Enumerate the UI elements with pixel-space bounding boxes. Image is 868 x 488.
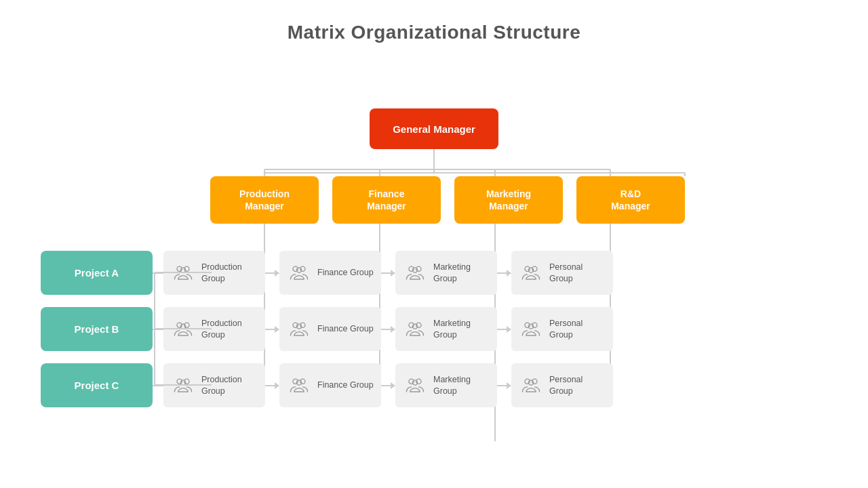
arrow-c-3: [497, 382, 511, 389]
marketing-manager-label: Marketing Manager: [486, 188, 531, 212]
finance-manager-label: Finance Manager: [367, 188, 406, 212]
group-label-a-mkt: Marketing Group: [433, 262, 490, 284]
group-card-b-personal: Personal Group: [511, 307, 613, 351]
group-label-c-prod: Production Group: [201, 374, 258, 396]
mgr-spacer-1: [319, 176, 332, 224]
group-icon-b-mkt: [402, 317, 428, 342]
arrow-a-3: [497, 270, 511, 277]
arrow-b-2: [381, 326, 395, 333]
project-b-box: Project B: [41, 307, 153, 351]
project-a-box: Project A: [41, 251, 153, 295]
group-icon-b-fin: [286, 317, 312, 342]
group-icon-a-prod: [170, 260, 196, 286]
group-icon-a-fin: [286, 260, 312, 286]
general-manager-box: General Manager: [370, 108, 498, 149]
mgr-spacer-3: [563, 176, 576, 224]
group-label-b-prod: Production Group: [201, 318, 258, 340]
group-card-a-production: Production Group: [163, 251, 265, 295]
group-icon-a-per: [518, 260, 544, 286]
group-icon-c-fin: [286, 373, 312, 399]
group-icon-c-per: [518, 373, 544, 399]
finance-manager-box: Finance Manager: [332, 176, 441, 224]
group-card-a-personal: Personal Group: [511, 251, 613, 295]
arrow-a-1: [265, 270, 279, 277]
group-icon-c-prod: [170, 373, 196, 399]
group-label-c-mkt: Marketing Group: [433, 374, 490, 396]
group-label-c-fin: Finance Group: [317, 380, 374, 390]
group-label-a-fin: Finance Group: [317, 267, 374, 278]
project-a-row: Project A Produc: [41, 251, 827, 295]
h-connector-b: [153, 329, 163, 330]
rd-manager-box: R&D Manager: [576, 176, 685, 224]
group-card-b-finance: Finance Group: [279, 307, 381, 351]
group-card-a-finance: Finance Group: [279, 251, 381, 295]
group-label-a-per: Personal Group: [549, 262, 606, 284]
projects-area: Project A Produc: [41, 251, 827, 420]
production-manager-label: Production Manager: [239, 188, 290, 212]
production-manager-box: Production Manager: [210, 176, 319, 224]
arrow-a-2: [381, 270, 395, 277]
h-connector-a: [153, 272, 163, 274]
group-label-a-prod: Production Group: [201, 262, 258, 284]
managers-row: Production Manager Finance Manager Marke…: [210, 176, 685, 224]
gm-label: General Manager: [393, 123, 475, 135]
group-icon-b-per: [518, 317, 544, 342]
project-c-row: Project C Production Group: [41, 363, 827, 407]
group-card-c-personal: Personal Group: [511, 363, 613, 407]
project-c-box: Project C: [41, 363, 153, 407]
group-card-c-finance: Finance Group: [279, 363, 381, 407]
mgr-spacer-2: [441, 176, 454, 224]
group-card-c-marketing: Marketing Group: [395, 363, 497, 407]
group-card-b-production: Production Group: [163, 307, 265, 351]
page-title: Matrix Organizational Structure: [0, 0, 868, 43]
group-label-c-per: Personal Group: [549, 374, 606, 396]
group-card-b-marketing: Marketing Group: [395, 307, 497, 351]
group-card-c-production: Production Group: [163, 363, 265, 407]
marketing-manager-box: Marketing Manager: [454, 176, 563, 224]
project-a-label: Project A: [75, 267, 119, 279]
h-connector-c: [153, 385, 163, 386]
arrow-b-3: [497, 326, 511, 333]
arrow-b-1: [265, 326, 279, 333]
project-c-label: Project C: [75, 380, 119, 391]
rd-manager-label: R&D Manager: [611, 188, 650, 212]
arrow-c-2: [381, 382, 395, 389]
group-label-b-per: Personal Group: [549, 318, 606, 340]
group-icon-a-mkt: [402, 260, 428, 286]
project-b-row: Project B Production Group: [41, 307, 827, 351]
group-card-a-marketing: Marketing Group: [395, 251, 497, 295]
group-label-b-fin: Finance Group: [317, 323, 374, 334]
project-b-label: Project B: [75, 323, 119, 335]
group-label-b-mkt: Marketing Group: [433, 318, 490, 340]
group-icon-b-prod: [170, 317, 196, 342]
page: Matrix Organizational Structure: [0, 0, 868, 488]
diagram: General Manager Production Manager Finan…: [0, 68, 868, 488]
group-icon-c-mkt: [402, 373, 428, 399]
arrow-c-1: [265, 382, 279, 389]
